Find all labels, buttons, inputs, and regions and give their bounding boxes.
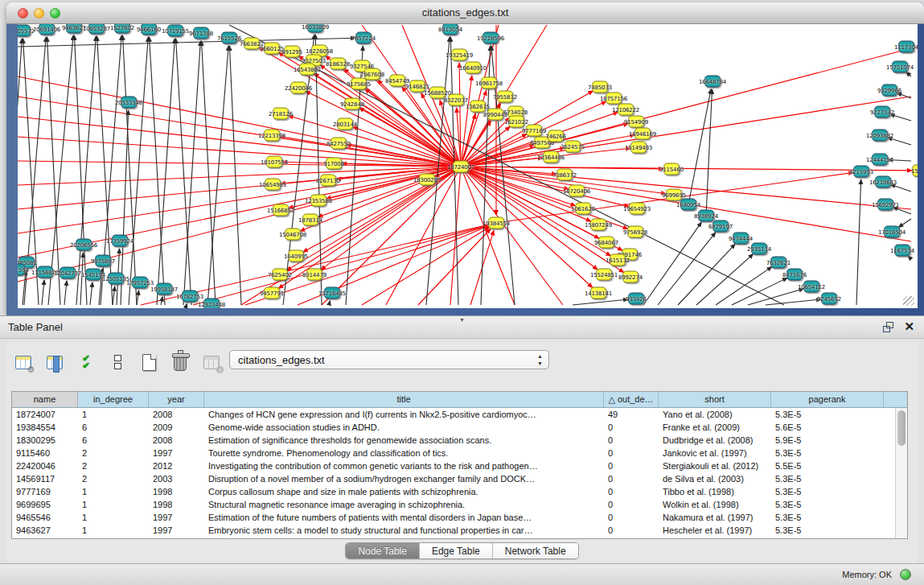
graph-node[interactable]: 14138141 <box>590 287 606 299</box>
column-header-title[interactable]: title <box>204 392 604 407</box>
table-row[interactable]: 969969511998Structural magnetic resonanc… <box>12 498 907 511</box>
graph-node[interactable]: 15524851 <box>596 269 612 281</box>
window-titlebar[interactable]: citations_edges.txt <box>6 2 924 24</box>
graph-node[interactable]: 7615526 <box>221 32 237 44</box>
graph-node[interactable]: 16961758 <box>481 77 497 89</box>
graph-node[interactable]: 9660125 <box>264 43 280 55</box>
graph-node[interactable]: 7857224 <box>355 32 372 44</box>
graph-node[interactable]: 16782753 <box>182 290 198 303</box>
graph-node[interactable]: 8314479 <box>306 269 322 281</box>
graph-node[interactable]: 16648784 <box>704 76 721 88</box>
table-row[interactable]: 1938455462009Genome-wide association stu… <box>12 421 907 434</box>
graph-node[interactable]: 19654923 <box>629 203 645 215</box>
graph-node[interactable]: 1545194 <box>85 269 101 281</box>
memory-status-indicator[interactable] <box>900 569 911 580</box>
graph-node[interactable]: 7386372 <box>556 169 573 181</box>
table-row[interactable]: 977716911998Corpus callosum shape and si… <box>12 485 907 498</box>
graph-node[interactable]: 12505135 <box>108 273 124 285</box>
graph-node[interactable]: 12923448 <box>203 299 220 309</box>
graph-node[interactable]: 8322037 <box>448 94 464 106</box>
graph-node[interactable]: 9671388 <box>193 27 209 39</box>
graph-node[interactable]: 12106222 <box>618 104 634 116</box>
graph-node[interactable]: 15688520 <box>429 87 446 99</box>
graph-node[interactable]: 7632621 <box>770 257 786 269</box>
graph-node[interactable]: 9756928 <box>627 226 643 238</box>
tab-network-table[interactable]: Network Table <box>493 543 578 558</box>
graph-node[interactable]: 9474444 <box>733 233 749 245</box>
graph-node[interactable]: 1640995 <box>288 250 304 262</box>
graph-node[interactable]: 15751074 <box>892 61 908 73</box>
graph-node[interactable]: 7955812 <box>497 91 513 103</box>
column-header-in_degree[interactable]: in_degree <box>78 392 149 407</box>
graph-node[interactable]: 9391594 <box>18 264 25 276</box>
delete-rows-button[interactable] <box>168 350 192 374</box>
table-row[interactable]: 1830029562008Estimation of significance … <box>12 434 907 447</box>
graph-node[interactable]: 9975887 <box>95 255 111 267</box>
graph-node[interactable]: 1527602 <box>114 24 130 34</box>
graph-node[interactable]: 917008 <box>326 158 342 170</box>
graph-node[interactable]: 9245652 <box>821 293 837 305</box>
graph-node[interactable]: 8215953 <box>853 166 869 178</box>
column-header-year[interactable]: year <box>149 392 204 407</box>
graph-node[interactable]: 1878314 <box>302 214 318 226</box>
graph-node[interactable]: 17359924 <box>112 235 128 247</box>
graph-node[interactable]: 8992274 <box>622 271 639 283</box>
graph-node[interactable]: 16543862 <box>299 64 315 76</box>
graph-node[interactable]: 8813054 <box>442 24 458 35</box>
column-header-short[interactable]: short <box>659 392 771 407</box>
column-header-out_de[interactable]: △ out_de… <box>604 392 659 407</box>
graph-node[interactable]: 19384554 <box>488 217 504 229</box>
graph-node[interactable]: 9242848 <box>344 98 360 110</box>
graph-node[interactable]: 933426 <box>628 293 644 305</box>
table-row[interactable]: 911546021997Tourette syndrome. Phenomeno… <box>12 447 907 459</box>
graph-node[interactable]: 2803144 <box>337 118 353 130</box>
graph-node[interactable]: 20364486 <box>543 151 559 163</box>
graph-node[interactable]: 2718126 <box>273 108 289 120</box>
graph-node[interactable]: 9175685 <box>351 78 367 90</box>
table-row[interactable]: 1872400712008Changes of HCN gene express… <box>12 408 907 421</box>
graph-node[interactable]: 22420046 <box>290 82 306 94</box>
graph-node[interactable]: 7485033 <box>592 81 608 93</box>
graph-node[interactable]: 15692971 <box>877 199 893 211</box>
graph-node[interactable]: 891295 <box>284 46 300 58</box>
select-columns-button[interactable] <box>43 350 67 374</box>
graph-node[interactable]: 15716485 <box>324 287 340 299</box>
table-select-dropdown[interactable]: citations_edges.txt ▲▼ <box>229 350 549 369</box>
graph-node[interactable]: 12093882 <box>872 130 888 142</box>
graph-node[interactable]: 9405572 <box>18 25 31 37</box>
graph-node[interactable]: 16720406 <box>569 185 585 197</box>
canvas-resize-grip[interactable] <box>903 296 914 306</box>
graph-node[interactable]: 2867608 <box>364 68 380 80</box>
graph-node[interactable]: 10719155 <box>167 25 183 37</box>
tab-edge-table[interactable]: Edge Table <box>420 543 493 558</box>
graph-node[interactable]: 15166852 <box>273 204 289 216</box>
graph-node[interactable]: 20206556 <box>76 239 92 251</box>
graph-node[interactable]: 9466160 <box>141 24 157 35</box>
graph-node[interactable]: 6879197 <box>713 220 729 233</box>
graph-node[interactable]: 1061620 <box>575 203 591 215</box>
graph-node[interactable]: 12444154 <box>872 154 888 166</box>
graph-node[interactable]: 18757156 <box>606 93 622 105</box>
graph-node[interactable]: 16033809 <box>307 24 323 33</box>
graph-node[interactable]: 8471676 <box>786 269 803 281</box>
graph-node[interactable]: 9699695 <box>666 189 682 201</box>
table-row[interactable]: 2242004622012Investigating the contribut… <box>12 459 907 472</box>
graph-node[interactable]: 18300295 <box>419 174 435 186</box>
table-row[interactable]: 946362711997Embryonic stem cells: a mode… <box>12 524 907 537</box>
network-canvas[interactable]: 9405572206914069463627106532871527602946… <box>18 24 918 308</box>
column-header-name[interactable]: name <box>12 392 78 407</box>
graph-node[interactable]: 9777169 <box>526 125 542 137</box>
graph-node[interactable]: 17957253 <box>132 277 148 289</box>
column-header-pagerank[interactable]: pagerank <box>771 392 884 407</box>
graph-node[interactable]: 1640954 <box>680 199 696 211</box>
graph-node[interactable]: 19325419 <box>451 49 467 61</box>
float-panel-icon[interactable] <box>883 322 895 333</box>
graph-node[interactable]: 3624575 <box>565 141 581 153</box>
graph-node[interactable]: 15807249 <box>590 219 606 231</box>
graph-node[interactable]: 1117304 <box>898 41 914 53</box>
graph-node[interactable]: 18107554 <box>266 156 282 168</box>
graph-node[interactable]: 9684067 <box>598 237 614 249</box>
graph-node[interactable]: 19218596 <box>483 32 499 44</box>
graph-node[interactable]: 1615132 <box>610 254 626 266</box>
graph-node[interactable]: 10654112 <box>803 281 819 293</box>
